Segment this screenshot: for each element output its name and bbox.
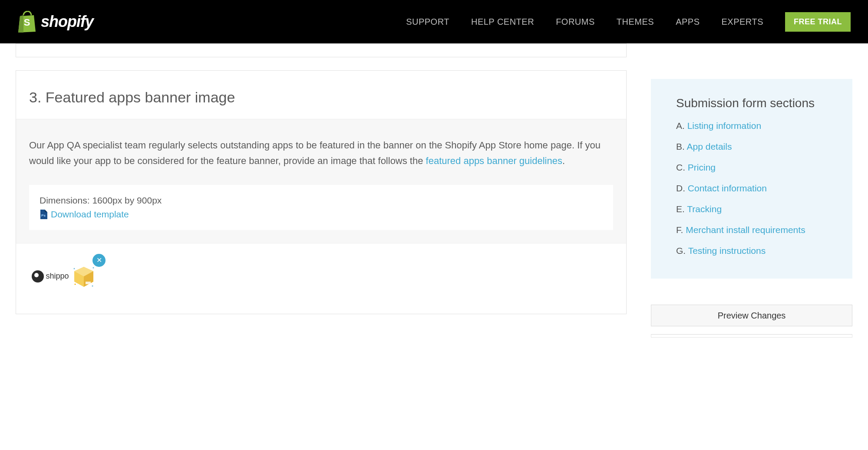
shopify-bag-icon: S [17, 11, 36, 33]
top-nav: S shopify SUPPORT HELP CENTER FORUMS THE… [0, 0, 868, 43]
previous-card-fragment [16, 43, 627, 57]
dimensions-label: Dimensions: 1600px by 900px [40, 195, 603, 206]
desc-text-2: . [562, 155, 565, 166]
svg-text:Ps: Ps [41, 214, 46, 217]
thumb-brand: shippo [32, 270, 69, 282]
sections-nav-item-b: B. App details [676, 141, 827, 152]
logo-text: shopify [41, 13, 93, 31]
sections-nav-item-d: D. Contact information [676, 183, 827, 194]
section-description: Our App QA specialist team regularly sel… [29, 138, 613, 169]
free-trial-button[interactable]: FREE TRIAL [785, 12, 851, 32]
sections-nav-item-f: F. Merchant install requirements [676, 225, 827, 235]
nav-themes[interactable]: THEMES [617, 17, 654, 27]
nav-apps[interactable]: APPS [676, 17, 700, 27]
dimensions-box: Dimensions: 1600px by 900px Ps Download … [29, 185, 613, 230]
featured-apps-guidelines-link[interactable]: featured apps banner guidelines [426, 155, 562, 166]
main-column: 3. Featured apps banner image Our App QA… [16, 43, 627, 338]
download-row: Ps Download template [40, 209, 603, 220]
photoshop-file-icon: Ps [40, 210, 47, 219]
link-pricing[interactable]: Pricing [688, 162, 716, 172]
close-icon: ✕ [96, 257, 102, 264]
thumb-brand-text: shippo [46, 272, 69, 281]
shippo-logo-icon [32, 270, 44, 282]
nav-help-center[interactable]: HELP CENTER [471, 17, 534, 27]
section-title: 3. Featured apps banner image [29, 89, 613, 106]
nav-experts[interactable]: EXPERTS [722, 17, 764, 27]
item-letter: B. [676, 141, 685, 151]
uploaded-thumb[interactable]: ✕ shippo [25, 256, 103, 296]
download-template-link[interactable]: Download template [51, 209, 129, 220]
nav-support[interactable]: SUPPORT [406, 17, 449, 27]
svg-point-4 [74, 283, 76, 285]
sections-nav-item-g: G. Testing instructions [676, 246, 827, 256]
nav-links: SUPPORT HELP CENTER FORUMS THEMES APPS E… [406, 12, 851, 32]
logo[interactable]: S shopify [17, 11, 93, 33]
item-letter: G. [676, 246, 686, 256]
link-tracking[interactable]: Tracking [687, 204, 722, 214]
sections-nav-list: A. Listing information B. App details C.… [676, 121, 827, 256]
uploaded-thumbnails: ✕ shippo [16, 243, 626, 314]
card-header: 3. Featured apps banner image [16, 71, 626, 119]
item-letter: C. [676, 162, 685, 172]
sections-nav-item-a: A. Listing information [676, 121, 827, 131]
sections-nav-item-c: C. Pricing [676, 162, 827, 173]
svg-text:S: S [24, 17, 30, 28]
link-merchant-install-requirements[interactable]: Merchant install requirements [686, 225, 805, 235]
sections-nav-box: Submission form sections A. Listing info… [651, 79, 852, 279]
link-listing-information[interactable]: Listing information [687, 121, 761, 131]
svg-point-2 [73, 268, 75, 269]
card-body: Our App QA specialist team regularly sel… [16, 119, 626, 243]
item-letter: E. [676, 204, 685, 214]
svg-point-3 [92, 267, 94, 268]
link-contact-information[interactable]: Contact information [688, 183, 767, 193]
link-testing-instructions[interactable]: Testing instructions [688, 246, 766, 256]
sections-nav-title: Submission form sections [676, 96, 827, 110]
item-letter: F. [676, 225, 683, 235]
item-letter: A. [676, 121, 685, 131]
next-button-fragment [651, 334, 852, 338]
page-body: 3. Featured apps banner image Our App QA… [0, 43, 868, 364]
section-card: 3. Featured apps banner image Our App QA… [16, 70, 627, 314]
item-letter: D. [676, 183, 685, 193]
box-illustration-icon [72, 264, 96, 289]
sections-nav-item-e: E. Tracking [676, 204, 827, 214]
link-app-details[interactable]: App details [687, 141, 732, 151]
svg-rect-9 [86, 282, 91, 284]
side-column: Submission form sections A. Listing info… [651, 43, 852, 338]
svg-point-5 [92, 285, 93, 286]
nav-forums[interactable]: FORUMS [556, 17, 595, 27]
preview-changes-button[interactable]: Preview Changes [651, 305, 852, 326]
